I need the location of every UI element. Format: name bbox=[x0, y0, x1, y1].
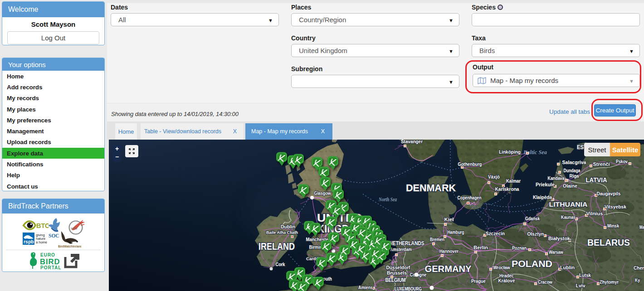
svg-text:Cork: Cork bbox=[276, 262, 286, 267]
svg-text:PORTAL: PORTAL bbox=[40, 265, 61, 270]
svg-text:Klaipėda: Klaipėda bbox=[533, 194, 552, 200]
svg-text:Białystok: Białystok bbox=[548, 236, 571, 241]
svg-text:Pskov: Pskov bbox=[616, 159, 628, 164]
svg-text:Berlin: Berlin bbox=[473, 245, 488, 250]
svg-text:Linköping: Linköping bbox=[499, 149, 521, 155]
svg-text:Stavanger: Stavanger bbox=[401, 140, 423, 144]
svg-text:Olsztyn: Olsztyn bbox=[527, 231, 544, 237]
svg-text:Priekule: Priekule bbox=[536, 182, 555, 187]
svg-text:a home: a home bbox=[36, 240, 47, 244]
svg-text:Strenči: Strenči bbox=[593, 161, 610, 167]
svg-text:rspb: rspb bbox=[24, 239, 34, 244]
svg-text:BTO: BTO bbox=[36, 222, 49, 229]
svg-text:Dundaga: Dundaga bbox=[564, 168, 581, 173]
svg-text:Minsk: Minsk bbox=[607, 223, 620, 228]
svg-text:NETHERLANDS: NETHERLANDS bbox=[390, 240, 424, 247]
svg-text:Baile Átha Cliath: Baile Átha Cliath bbox=[266, 230, 298, 235]
svg-text:LATVIA: LATVIA bbox=[586, 176, 607, 184]
svg-text:WOS: WOS bbox=[71, 227, 77, 230]
svg-text:Karlskrona: Karlskrona bbox=[495, 186, 520, 192]
svg-text:BIRD: BIRD bbox=[40, 257, 60, 266]
svg-text:Zhytomyr: Zhytomyr bbox=[600, 279, 619, 285]
svg-text:LITHUANIA: LITHUANIA bbox=[549, 200, 588, 208]
svg-text:Glasgow: Glasgow bbox=[314, 190, 331, 196]
svg-text:Lviv: Lviv bbox=[576, 283, 586, 288]
svg-text:Copenhagen: Copenhagen bbox=[458, 195, 482, 200]
svg-text:Olaine: Olaine bbox=[563, 183, 577, 189]
svg-text:Lutsk: Lutsk bbox=[579, 272, 591, 278]
svg-text:Králové: Králové bbox=[498, 278, 515, 283]
svg-text:Cherni: Cherni bbox=[634, 265, 644, 271]
svg-text:Düsseldorf: Düsseldorf bbox=[386, 265, 410, 270]
svg-text:Amiens: Amiens bbox=[358, 285, 373, 290]
svg-text:Kiel: Kiel bbox=[444, 217, 454, 222]
svg-text:Amsterdam: Amsterdam bbox=[390, 247, 412, 252]
svg-text:Bremen: Bremen bbox=[430, 237, 444, 242]
svg-text:BirdWatchIreland: BirdWatchIreland bbox=[58, 245, 81, 248]
svg-text:Szczecin: Szczecin bbox=[486, 231, 505, 236]
svg-text:Gothenburg: Gothenburg bbox=[458, 161, 482, 167]
svg-text:Gdańsk: Gdańsk bbox=[525, 216, 540, 221]
svg-text:Cracow: Cracow bbox=[538, 279, 552, 285]
svg-text:Hamburg: Hamburg bbox=[448, 229, 464, 235]
svg-text:Salacgriva: Salacgriva bbox=[562, 160, 587, 165]
svg-text:North Sea: North Sea bbox=[378, 196, 397, 203]
svg-text:Poznan: Poznan bbox=[512, 245, 527, 251]
svg-text:Lublin: Lublin bbox=[560, 265, 575, 270]
svg-text:LUXEMBOURG: LUXEMBOURG bbox=[395, 286, 422, 291]
svg-text:POLAND: POLAND bbox=[512, 258, 552, 269]
svg-text:Warsaw: Warsaw bbox=[549, 249, 563, 255]
svg-text:DENMARK: DENMARK bbox=[406, 183, 456, 194]
svg-text:Dublin: Dublin bbox=[281, 224, 295, 229]
svg-text:IRELAND: IRELAND bbox=[259, 241, 295, 252]
svg-text:Brussels: Brussels bbox=[387, 270, 407, 276]
svg-text:Mah: Mah bbox=[639, 224, 644, 230]
svg-text:Kandava: Kandava bbox=[548, 175, 565, 181]
svg-text:Kaunas: Kaunas bbox=[561, 214, 576, 220]
svg-text:Hannover: Hannover bbox=[439, 248, 459, 254]
svg-text:Kalmar: Kalmar bbox=[506, 178, 521, 184]
svg-text:Prague: Prague bbox=[471, 278, 486, 284]
svg-text:BELGIUM: BELGIUM bbox=[385, 277, 406, 283]
svg-text:Växjö: Växjö bbox=[488, 174, 500, 179]
svg-text:BELARUS: BELARUS bbox=[587, 237, 630, 247]
svg-text:Daugavpils: Daugavpils bbox=[597, 191, 621, 196]
svg-text:Vitsyebsk: Vitsyebsk bbox=[605, 204, 627, 209]
svg-text:EURO: EURO bbox=[40, 252, 55, 257]
svg-text:GERMANY: GERMANY bbox=[425, 263, 472, 274]
svg-text:Wrocław: Wrocław bbox=[493, 265, 510, 270]
svg-text:Vilnius: Vilnius bbox=[586, 211, 603, 216]
svg-text:Riga: Riga bbox=[570, 173, 580, 179]
svg-text:Ky: Ky bbox=[635, 277, 640, 283]
